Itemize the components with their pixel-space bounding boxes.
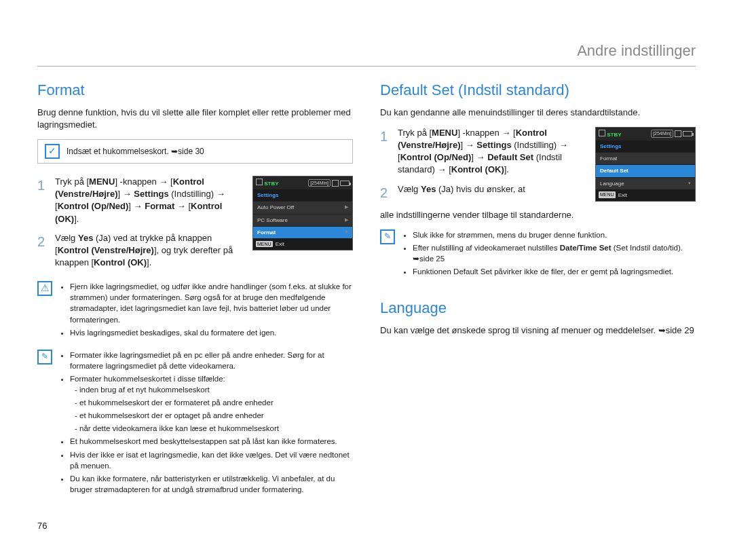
defaultset-intro: Du kan gendanne alle menuindstillinger t… bbox=[380, 107, 696, 119]
list-item: Du kan ikke formatere, når batteristyrke… bbox=[70, 473, 353, 495]
note-icon bbox=[380, 229, 395, 244]
notes-list: Formater ikke lagringsmediet på en pc el… bbox=[59, 350, 353, 497]
step2-continuation: alle indstillingerne vender tilbage til … bbox=[380, 209, 696, 221]
list-item: når dette videokamera ikke kan læse et h… bbox=[79, 423, 353, 434]
list-item: Formater ikke lagringsmediet på en pc el… bbox=[70, 350, 353, 371]
notes-list: Sluk ikke for strømmen, mens du bruger d… bbox=[402, 229, 696, 279]
step1-text: Tryk på [MENU] -knappen → [Kontrol (Vens… bbox=[398, 127, 588, 176]
warning-block: Fjern ikke lagringsmediet, og udfør ikke… bbox=[37, 281, 353, 339]
divider bbox=[37, 66, 696, 67]
time-remaining: [254Min] bbox=[651, 130, 673, 138]
language-heading: Language bbox=[380, 298, 696, 319]
step1-text: Tryk på [MENU] -knappen → [Kontrol (Vens… bbox=[55, 176, 246, 225]
step-number: 2 bbox=[37, 232, 47, 269]
list-item: inden brug af et nyt hukommelseskort bbox=[79, 384, 353, 395]
warning-list: Fjern ikke lagringsmediet, og udfør ikke… bbox=[59, 281, 353, 339]
stby-label: STBY bbox=[264, 181, 278, 187]
step-number: 1 bbox=[380, 127, 390, 176]
list-item: Hvis der ikke er isat et lagringsmedie, … bbox=[70, 449, 353, 471]
chevron-down-icon: ▾ bbox=[688, 180, 691, 187]
list-item: Fjern ikke lagringsmediet, og udfør ikke… bbox=[70, 281, 353, 324]
step2-text: Vælg Yes (Ja) ved at trykke på knappen [… bbox=[55, 232, 246, 269]
sd-icon bbox=[599, 130, 605, 136]
notes-block: Formater ikke lagringsmediet på en pc el… bbox=[37, 350, 353, 497]
step1-wrap: 1 Tryk på [MENU] -knappen → [Kontrol (Ve… bbox=[37, 176, 353, 276]
battery-icon bbox=[340, 181, 350, 186]
left-column: Format Brug denne funktion, hvis du vil … bbox=[37, 80, 353, 506]
step1-wrap-right: 1 Tryk på [MENU] -knappen → [Kontrol (Ve… bbox=[380, 127, 696, 209]
time-remaining: [254Min] bbox=[308, 179, 331, 187]
list-item: Formater hukommelseskortet i disse tilfæ… bbox=[70, 373, 353, 434]
page-header: Andre indstillinger bbox=[37, 41, 696, 62]
lcd-preview-format: STBY [254Min] Settings Auto Power Off▶ P… bbox=[252, 176, 353, 250]
lcd-menu-title: Settings bbox=[596, 141, 695, 152]
lcd-row-selected: Default Set bbox=[596, 164, 695, 176]
stby-label: STBY bbox=[607, 132, 621, 138]
chevron-right-icon: ▶ bbox=[345, 204, 348, 211]
check-icon bbox=[45, 144, 60, 159]
step-number: 2 bbox=[380, 183, 390, 202]
lcd-preview-defaultset: STBY [254Min] Settings Format Default Se… bbox=[595, 127, 696, 202]
list-item: et hukommelseskort der er formateret på … bbox=[79, 397, 353, 408]
step2-text: Vælg Yes (Ja) hvis du ønsker, at bbox=[398, 183, 588, 202]
list-item: Hvis lagringsmediet beskadiges, skal du … bbox=[70, 327, 353, 338]
page-number: 76 bbox=[37, 520, 696, 532]
exit-label: Exit bbox=[618, 191, 627, 199]
lcd-row: PC Software▶ bbox=[253, 214, 352, 226]
right-column: Default Set (Indstil standard) Du kan ge… bbox=[380, 80, 696, 506]
defaultset-heading: Default Set (Indstil standard) bbox=[380, 80, 696, 101]
exit-label: Exit bbox=[276, 240, 284, 248]
sd-icon bbox=[256, 179, 263, 185]
lcd-row: Auto Power Off▶ bbox=[253, 201, 352, 213]
list-item: Sluk ikke for strømmen, mens du bruger d… bbox=[413, 229, 696, 240]
content-columns: Format Brug denne funktion, hvis du vil … bbox=[37, 80, 696, 506]
callout-text: Indsæt et hukommelseskort. ➥side 30 bbox=[67, 146, 204, 157]
chevron-down-icon: ▾ bbox=[345, 229, 348, 236]
list-item: Efter nulstilling af videokameraet nulst… bbox=[413, 242, 696, 264]
list-item: Et hukommelseskort med beskyttelsestappe… bbox=[70, 436, 353, 447]
insert-card-callout: Indsæt et hukommelseskort. ➥side 30 bbox=[37, 139, 353, 164]
chevron-right-icon: ▶ bbox=[345, 217, 348, 224]
list-item: et hukommelseskort der er optaget på and… bbox=[79, 410, 353, 421]
language-intro: Du kan vælge det ønskede sprog til visni… bbox=[380, 324, 696, 337]
defaultset-notes: Sluk ikke for strømmen, mens du bruger d… bbox=[380, 229, 696, 279]
format-heading: Format bbox=[37, 80, 353, 101]
menu-button-icon: MENU bbox=[256, 241, 273, 248]
list-item: Funktionen Default Set påvirker ikke de … bbox=[413, 266, 696, 277]
note-icon bbox=[37, 350, 52, 365]
menu-button-icon: MENU bbox=[599, 191, 616, 198]
step-number: 1 bbox=[37, 176, 47, 225]
card-icon bbox=[332, 180, 339, 187]
format-intro: Brug denne funktion, hvis du vil slette … bbox=[37, 107, 353, 131]
card-icon bbox=[675, 130, 681, 137]
warning-icon bbox=[37, 281, 52, 296]
lcd-row: Language▾ bbox=[596, 177, 695, 189]
lcd-row-selected: Format▾ bbox=[253, 226, 352, 238]
lcd-row: Format bbox=[596, 152, 695, 164]
lcd-menu-title: Settings bbox=[253, 189, 352, 201]
battery-icon bbox=[683, 131, 692, 136]
